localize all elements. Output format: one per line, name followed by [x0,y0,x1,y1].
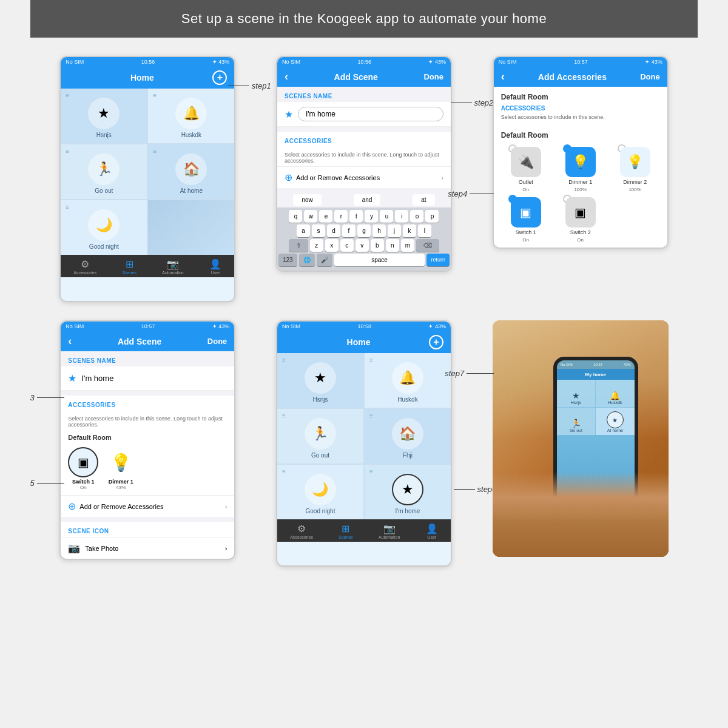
key-l[interactable]: l [418,224,431,237]
p5-nav-accessories[interactable]: ⚙ Accessories [290,523,313,539]
inner-cell-1: ★ Hsnjs [557,380,596,407]
acc-dimmer2[interactable]: 💡 Dimmer 2 100% [610,147,660,192]
scene-athome[interactable]: ≡ 🏠 At home [148,144,234,199]
key-g[interactable]: g [357,224,371,237]
phone5-add-button[interactable]: + [429,335,443,349]
phone1-status-right: ✦ 43% [212,59,230,65]
key-mic[interactable]: 🎤 [317,254,332,266]
nav-scenes[interactable]: ⊞ Scenes [123,258,136,275]
key-shift[interactable]: ⇧ [289,239,308,252]
phone5-scenes-grid: ≡ ★ Hsnjs ≡ 🔔 Huskdk ≡ 🏃 Go out [277,353,451,519]
nav-user[interactable]: 👤 User [209,258,221,275]
phone5-bottom-nav: ⚙ Accessories ⊞ Scenes 📷 Automation 👤 Us… [277,519,451,542]
key-f[interactable]: f [342,224,356,237]
phone5-scene-goout[interactable]: ≡ 🏃 Go out [277,409,363,463]
outlet-icon: 🔌 [517,154,534,170]
key-k[interactable]: k [403,224,416,237]
scene-name-input[interactable] [298,107,443,121]
key-return[interactable]: return [426,254,450,266]
key-q[interactable]: q [289,210,302,223]
outlet-icon-wrap: 🔌 [511,147,541,177]
athome-icon: 🏠 [175,153,207,185]
key-p[interactable]: p [425,210,439,223]
phone3: No SIM 10:57 ✦ 43% ‹ Add Accessories Don… [493,56,669,249]
time-at[interactable]: at [413,194,434,206]
phone5-scene-imhome[interactable]: ≡ ★ I'm home [365,465,451,519]
phone3-back-button[interactable]: ‹ [501,70,505,83]
phone5-scene-huskdk[interactable]: ≡ 🔔 Huskdk [365,353,451,408]
scene-huskdk[interactable]: ≡ 🔔 Huskdk [148,89,234,143]
p5-huskdk-icon: 🔔 [392,362,423,394]
phone1-status-left: No SIM [66,59,84,65]
key-a[interactable]: a [297,224,310,237]
step2-cell: No SIM 10:56 ✦ 43% ‹ Add Scene Done SCEN… [265,56,463,302]
key-t[interactable]: t [349,210,363,223]
phone1-add-button[interactable]: + [212,70,227,85]
key-m[interactable]: m [401,239,414,252]
phone2-title: Add Scene [334,72,378,82]
switch1-acc-name: Switch 1 [72,479,95,485]
key-z[interactable]: z [310,239,323,252]
acc-switch1[interactable]: ▣ Switch 1 On [501,197,551,243]
phone5-scene-fhji[interactable]: ≡ 🏠 Fhji [365,409,451,463]
step1-cell: No SIM 10:56 ✦ 43% ‹ Home + ≡ ★ Hsnjs [49,56,247,302]
switch1-icon-wrap: ▣ [511,197,541,228]
key-b[interactable]: b [371,239,384,252]
phone4-selected-accessories: ▣ Switch 1 On 💡 Dimmer 1 43% [61,445,234,495]
keyboard-area: now and at q w e r t y u i [277,194,451,271]
key-o[interactable]: o [410,210,423,223]
key-e[interactable]: e [319,210,332,223]
key-n[interactable]: n [386,239,399,252]
time-now[interactable]: now [293,194,321,206]
acc-dimmer1[interactable]: 💡 Dimmer 1 100% [556,147,605,192]
key-i[interactable]: i [395,210,408,223]
key-c[interactable]: c [340,239,354,252]
phone2-navbar: ‹ Add Scene Done [277,67,451,87]
phone3-navbar: ‹ Add Accessories Done [494,67,667,87]
take-photo-row[interactable]: 📷 Take Photo › [61,537,234,559]
phone5-scene-hsnjs[interactable]: ≡ ★ Hsnjs [277,353,363,408]
switch1-circle: ▣ [68,447,98,477]
accessories-section: ACCESSORIES Select accessories to includ… [277,132,451,188]
p5-nav-user[interactable]: 👤 User [426,523,438,539]
acc-switch2[interactable]: ▣ Switch 2 On [556,197,605,243]
nav-automation[interactable]: 📷 Automation [162,258,183,275]
key-d[interactable]: d [327,224,340,237]
phone4-status-right: ✦ 43% [212,323,230,329]
nav-accessories[interactable]: ⚙ Accessories [74,258,97,275]
key-space[interactable]: space [334,254,425,266]
add-remove-row[interactable]: ⊕ Add or Remove Accessories › [277,166,451,188]
key-globe[interactable]: 🌐 [299,254,315,266]
key-h[interactable]: h [372,224,386,237]
phone3-done-button[interactable]: Done [640,72,660,81]
key-x[interactable]: x [325,239,339,252]
scene-goodnight[interactable]: ≡ 🌙 Good night [61,200,147,255]
key-v[interactable]: v [356,239,369,252]
default-room-label2: Default Room [494,125,667,142]
phone2-done-button[interactable]: Done [423,72,443,81]
p5-nav-automation[interactable]: 📷 Automation [379,523,400,539]
dimmer1-name: Dimmer 1 [568,179,592,185]
acc-outlet[interactable]: 🔌 Outlet On [501,147,551,192]
phone4-done-button[interactable]: Done [207,337,228,346]
key-123[interactable]: 123 [278,254,297,266]
key-y[interactable]: y [365,210,378,223]
camera-icon: 📷 [68,542,80,554]
key-delete[interactable]: ⌫ [416,239,439,252]
p5-nav-scenes[interactable]: ⊞ Scenes [339,523,352,539]
key-s[interactable]: s [312,224,325,237]
phone5-scene-goodnight[interactable]: ≡ 🌙 Good night [277,465,363,519]
scene-goout[interactable]: ≡ 🏃 Go out [61,144,147,199]
dimmer2-icon: 💡 [627,154,643,170]
phone4-back-button[interactable]: ‹ [68,335,72,348]
key-w[interactable]: w [304,210,317,223]
key-j[interactable]: j [388,224,401,237]
menu-icon: ≡ [369,468,373,475]
phone2-back-button[interactable]: ‹ [285,70,288,83]
phone5-navbar: ‹ Home + [277,331,451,353]
phone1-status-time: 10:56 [141,59,155,65]
phone4-add-remove-row[interactable]: ⊕ Add or Remove Accessories › [61,495,234,517]
scene-hsnjs[interactable]: ≡ ★ Hsnjs [61,89,147,143]
key-r[interactable]: r [334,210,348,223]
key-u[interactable]: u [380,210,393,223]
